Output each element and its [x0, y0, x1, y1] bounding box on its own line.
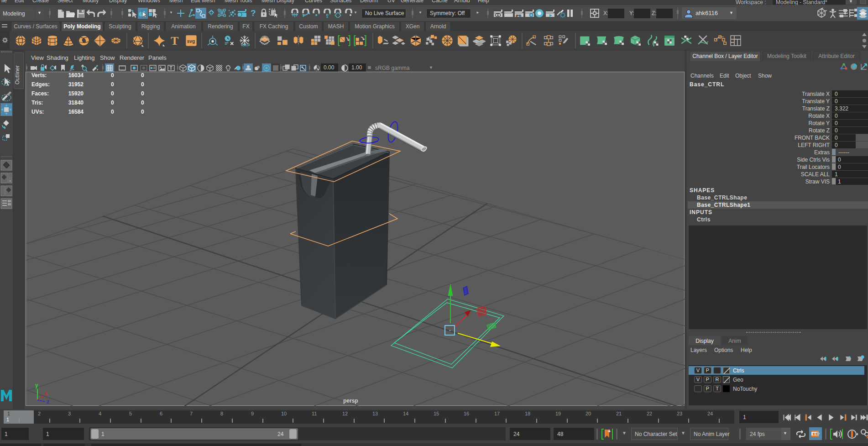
svg-text:IPR: IPR: [516, 14, 522, 18]
svg-text:svg: svg: [187, 39, 195, 44]
svg-text:z: z: [47, 399, 49, 404]
svg-text:+: +: [9, 179, 11, 183]
svg-text:0,0,0: 0,0,0: [241, 42, 250, 47]
svg-text:+: +: [608, 428, 611, 434]
svg-text:+: +: [848, 355, 851, 360]
svg-text:x: x: [45, 390, 48, 397]
svg-text:y: y: [35, 383, 38, 388]
svg-text:T: T: [170, 66, 173, 71]
